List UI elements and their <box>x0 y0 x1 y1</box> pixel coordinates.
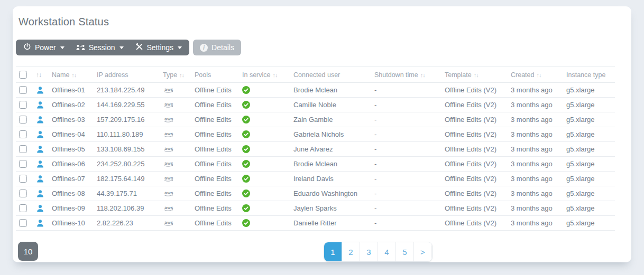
instance-type: g5.xlarge <box>563 186 615 201</box>
shutdown-time: - <box>371 127 441 142</box>
settings-button[interactable]: Settings <box>130 40 188 55</box>
pools: Offline Edits <box>191 172 239 186</box>
created-age: 3 months ago <box>508 142 563 157</box>
template-name: Offline Edits (V2) <box>441 157 508 172</box>
connected-user: Zain Gamble <box>290 112 371 127</box>
column-header: Pools <box>191 67 239 83</box>
instance-type: g5.xlarge <box>563 98 615 112</box>
page-button[interactable]: 2 <box>342 242 360 261</box>
pools: Offline Edits <box>191 157 239 172</box>
svg-text:aws: aws <box>164 87 173 92</box>
template-name: Offline Edits (V2) <box>441 98 508 112</box>
svg-text:aws: aws <box>164 102 173 107</box>
workstation-name: Offlines-06 <box>49 157 94 172</box>
user-silhouette-icon <box>36 86 45 94</box>
shutdown-time: - <box>371 142 441 157</box>
sort-arrows-icon: ↑↓ <box>420 72 425 78</box>
row-checkbox[interactable] <box>19 145 27 153</box>
created-age: 3 months ago <box>508 216 563 231</box>
row-checkbox[interactable] <box>19 86 27 94</box>
row-checkbox[interactable] <box>19 116 27 124</box>
aws-icon: aws <box>163 205 188 212</box>
ip-address: 44.39.175.71 <box>94 186 160 201</box>
table-row: Offlines-08 44.39.175.71 aws O <box>16 186 615 201</box>
settings-tools-icon <box>135 43 143 52</box>
toolbar: Power Session <box>16 40 241 55</box>
ip-address: 182.175.64.149 <box>94 172 160 186</box>
aws-icon: aws <box>163 190 188 197</box>
user-silhouette-icon <box>36 145 45 153</box>
svg-text:aws: aws <box>164 146 173 151</box>
page-button[interactable]: > <box>414 242 432 261</box>
row-checkbox[interactable] <box>19 160 27 168</box>
column-header[interactable]: Shutdown time↑↓ <box>371 67 441 83</box>
session-button[interactable]: Session <box>70 40 130 55</box>
page-size-button[interactable]: 10 <box>18 242 38 261</box>
row-checkbox[interactable] <box>19 130 27 138</box>
column-header: Connected user <box>290 67 371 83</box>
details-button[interactable]: i Details <box>193 40 241 55</box>
created-age: 3 months ago <box>508 201 563 216</box>
workstation-name: Offlines-09 <box>49 201 94 216</box>
column-header[interactable]: Type↑↓ <box>160 67 191 83</box>
select-all-checkbox[interactable] <box>19 71 27 79</box>
user-silhouette-icon <box>36 101 45 109</box>
svg-text:aws: aws <box>164 161 173 166</box>
chevron-down-icon <box>119 46 124 49</box>
page-button[interactable]: 4 <box>378 242 396 261</box>
workstation-name: Offlines-07 <box>49 172 94 186</box>
column-header[interactable]: Name↑↓ <box>49 67 94 83</box>
shutdown-time: - <box>371 172 441 186</box>
power-button[interactable]: Power <box>17 40 70 55</box>
info-icon: i <box>200 44 208 52</box>
table-row: Offlines-07 182.175.64.149 aws <box>16 172 615 186</box>
template-name: Offline Edits (V2) <box>441 201 508 216</box>
column-header[interactable]: In service↑↓ <box>239 67 290 83</box>
workstation-name: Offlines-01 <box>49 83 94 98</box>
row-checkbox[interactable] <box>19 204 27 212</box>
page-button[interactable]: 5 <box>396 242 414 261</box>
connected-user: Danielle Ritter <box>290 216 371 231</box>
workstation-name: Offlines-10 <box>49 216 94 231</box>
connected-user: Eduardo Washington <box>290 186 371 201</box>
page-title: Workstation Status <box>19 16 109 28</box>
page-button[interactable]: 1 <box>324 242 342 261</box>
in-service-check-icon <box>242 86 287 94</box>
in-service-check-icon <box>242 175 287 183</box>
workstation-status-card: Workstation Status Power <box>13 6 631 262</box>
table-row: Offlines-06 234.252.80.225 aws <box>16 157 615 172</box>
in-service-check-icon <box>242 219 287 227</box>
connected-user: Camille Noble <box>290 98 371 112</box>
shutdown-time: - <box>371 201 441 216</box>
svg-text:aws: aws <box>164 176 173 181</box>
column-header[interactable]: Created↑↓ <box>508 67 563 83</box>
table-row: Offlines-02 144.169.229.55 aws <box>16 98 615 112</box>
sort-arrows-icon: ↑↓ <box>536 72 541 78</box>
row-checkbox[interactable] <box>19 189 27 197</box>
sort-arrows-icon: ↑↓ <box>179 72 184 78</box>
page-button[interactable]: 3 <box>360 242 378 261</box>
sort-column-header[interactable]: ↑↓ <box>33 67 49 83</box>
svg-text:aws: aws <box>164 191 173 195</box>
ip-address: 213.184.225.49 <box>94 83 160 98</box>
column-header[interactable]: Template↑↓ <box>441 67 508 83</box>
workstation-name: Offlines-05 <box>49 142 94 157</box>
row-checkbox[interactable] <box>19 219 27 227</box>
instance-type: g5.xlarge <box>563 172 615 186</box>
chevron-down-icon <box>60 46 65 49</box>
ip-address: 118.202.106.39 <box>94 201 160 216</box>
user-silhouette-icon <box>36 160 45 168</box>
row-checkbox[interactable] <box>19 101 27 109</box>
aws-icon: aws <box>163 131 188 138</box>
connected-user: Ireland Davis <box>290 172 371 186</box>
ip-address: 157.209.175.16 <box>94 112 160 127</box>
power-icon <box>23 43 31 52</box>
svg-text:aws: aws <box>164 205 173 210</box>
table-row: Offlines-03 157.209.175.16 aws <box>16 112 615 127</box>
user-silhouette-icon <box>36 175 45 183</box>
sort-icon: ↑↓ <box>36 71 41 79</box>
user-silhouette-icon <box>36 116 45 124</box>
connected-user: Brodie Mclean <box>290 83 371 98</box>
template-name: Offline Edits (V2) <box>441 83 508 98</box>
row-checkbox[interactable] <box>19 175 27 183</box>
